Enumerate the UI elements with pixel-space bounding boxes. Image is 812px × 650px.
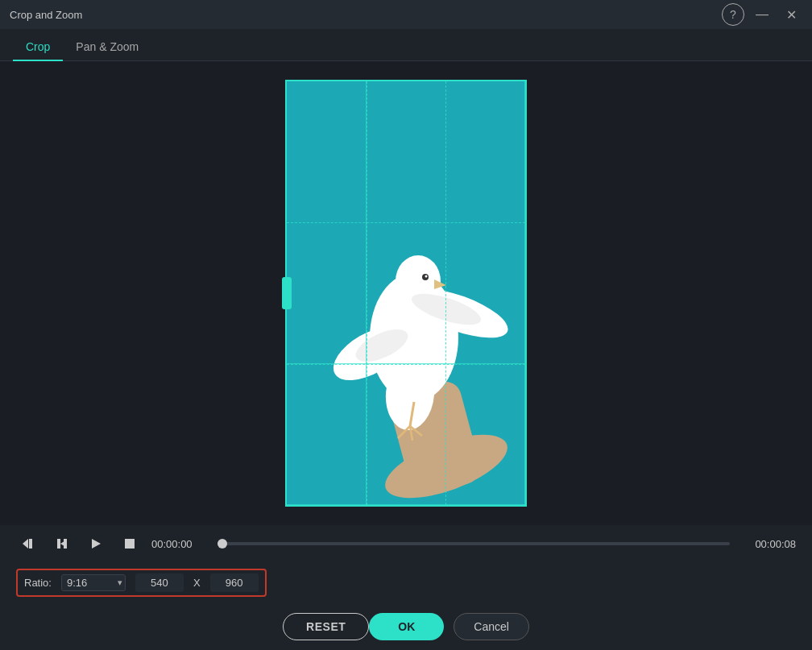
tab-crop[interactable]: Crop xyxy=(13,34,63,61)
right-buttons: OK Cancel xyxy=(369,613,529,640)
play-button[interactable] xyxy=(84,532,108,556)
ok-button[interactable]: OK xyxy=(369,613,444,640)
controls-bar: 00:00:00 00:00:08 xyxy=(0,525,812,562)
step-back-button[interactable] xyxy=(16,532,40,556)
bird-image xyxy=(285,80,527,507)
play-icon xyxy=(89,536,103,551)
svg-marker-21 xyxy=(92,539,101,549)
cancel-button[interactable]: Cancel xyxy=(454,613,529,640)
svg-rect-22 xyxy=(125,539,135,549)
ratio-bar: Ratio: 9:16 16:9 4:3 1:1 Custom X xyxy=(0,562,812,603)
svg-point-8 xyxy=(425,275,428,278)
close-button[interactable]: ✕ xyxy=(780,3,802,26)
width-input[interactable] xyxy=(135,573,184,592)
help-button[interactable]: ? xyxy=(722,3,744,26)
window-title: Crop and Zoom xyxy=(10,9,82,21)
video-area xyxy=(0,61,812,525)
ratio-select-wrapper: 9:16 16:9 4:3 1:1 Custom xyxy=(61,574,126,591)
x-separator: X xyxy=(193,577,201,589)
title-bar: Crop and Zoom ? — ✕ xyxy=(0,0,812,29)
video-frame xyxy=(285,80,527,507)
stop-icon xyxy=(122,536,137,551)
ratio-select[interactable]: 9:16 16:9 4:3 1:1 Custom xyxy=(61,574,126,591)
svg-rect-17 xyxy=(29,539,32,549)
minimize-button[interactable]: — xyxy=(751,3,773,26)
svg-marker-16 xyxy=(23,539,28,549)
ratio-label: Ratio: xyxy=(24,577,52,589)
total-time: 00:00:08 xyxy=(740,538,796,550)
video-canvas xyxy=(140,76,672,511)
title-bar-controls: ? — ✕ xyxy=(722,3,802,26)
timeline-track[interactable] xyxy=(218,542,730,545)
step-back-icon xyxy=(21,536,35,551)
tab-pan-zoom[interactable]: Pan & Zoom xyxy=(63,34,151,61)
timeline-thumb[interactable] xyxy=(218,539,227,549)
app-window: Crop and Zoom ? — ✕ Crop Pan & Zoom xyxy=(0,0,812,650)
pause-icon xyxy=(55,536,69,551)
pause-button[interactable] xyxy=(50,532,74,556)
stop-button[interactable] xyxy=(118,532,142,556)
current-time: 00:00:00 xyxy=(151,538,208,550)
ratio-box: Ratio: 9:16 16:9 4:3 1:1 Custom X xyxy=(16,569,267,597)
reset-button[interactable]: RESET xyxy=(283,613,369,640)
height-input[interactable] xyxy=(210,573,259,592)
main-content: 00:00:00 00:00:08 Ratio: 9:16 16:9 4:3 1… xyxy=(0,61,812,650)
svg-rect-18 xyxy=(57,539,60,549)
action-bar: RESET OK Cancel xyxy=(267,603,545,650)
tabs-bar: Crop Pan & Zoom xyxy=(0,29,812,61)
